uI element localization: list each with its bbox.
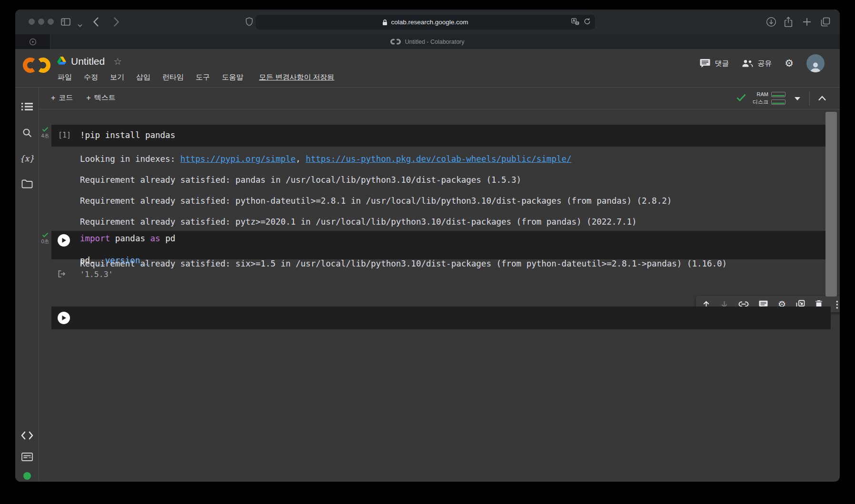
output-line: Requirement already satisfied: six>=1.5 … [80, 259, 727, 268]
address-bar[interactable]: colab.research.google.com [256, 15, 595, 30]
add-code-label: 코드 [59, 93, 73, 102]
cell2-code[interactable]: import pandas as pd pd.__version__ [80, 233, 175, 266]
runtime-connected-check-icon [736, 93, 746, 104]
attribute-name: __version__ [95, 256, 150, 265]
variables-icon[interactable]: {x} [15, 154, 39, 163]
share-label: 공유 [757, 59, 772, 68]
new-tab-icon[interactable] [803, 18, 811, 28]
cell2-exec-status[interactable]: 0초 [39, 232, 51, 245]
forward-icon[interactable] [113, 17, 119, 29]
settings-gear-icon[interactable]: ⚙ [785, 58, 794, 69]
pypi-link[interactable]: https://pypi.org/simple [180, 154, 296, 164]
search-icon[interactable] [15, 128, 39, 138]
terminal-icon[interactable] [15, 453, 39, 461]
output-line: Looking in indexes: [80, 154, 180, 164]
star-icon[interactable]: ☆ [113, 56, 122, 67]
share-page-icon[interactable] [784, 17, 793, 29]
files-folder-icon[interactable] [15, 179, 39, 188]
menu-help[interactable]: 도움말 [222, 73, 243, 82]
left-sidebar: {x} [15, 88, 39, 482]
play-icon [61, 315, 67, 321]
play-icon [61, 237, 67, 243]
cell3-run-button[interactable] [58, 312, 70, 324]
resources-button[interactable]: RAM 디스크 [753, 91, 785, 106]
colab-logo[interactable] [23, 56, 50, 76]
cell2-run-button[interactable] [58, 234, 70, 247]
minimize-window-button[interactable] [38, 19, 44, 25]
keyword-as: as [150, 234, 160, 243]
url-text: colab.research.google.com [391, 19, 468, 26]
ram-meter [771, 92, 785, 97]
disk-label: 디스크 [753, 99, 768, 106]
people-icon [742, 59, 753, 67]
more-cell-actions-icon[interactable]: ⋮ [833, 300, 840, 309]
cell1-exec-status[interactable]: 4초 [39, 127, 51, 139]
share-button[interactable]: 공유 [742, 59, 772, 68]
menu-insert[interactable]: 삽입 [136, 73, 150, 82]
pinned-tab-favicon [29, 38, 37, 46]
add-code-button[interactable]: + 코드 [51, 93, 73, 102]
comments-button[interactable]: 댓글 [700, 59, 729, 68]
menu-runtime[interactable]: 런타임 [162, 73, 184, 82]
tab-overview-icon[interactable] [821, 17, 830, 29]
menu-edit[interactable]: 수정 [84, 73, 98, 82]
menu-file[interactable]: 파일 [58, 73, 72, 82]
tab-strip: Untitled - Colaboratory [15, 34, 840, 49]
cell2-output-value: '1.5.3' [80, 270, 113, 279]
menu-bar: 파일 수정 보기 삽입 런타임 도구 도움말 모든 변경사항이 저장됨 [58, 73, 334, 82]
save-status-link[interactable]: 모든 변경사항이 저장됨 [259, 73, 334, 82]
cell1-exec-time: 4초 [41, 132, 49, 139]
zoom-window-button[interactable] [48, 19, 54, 25]
downloads-icon[interactable] [766, 17, 776, 29]
chevron-down-icon[interactable] [78, 20, 82, 29]
person-icon [809, 61, 822, 72]
output-line: Requirement already satisfied: pandas in… [80, 175, 521, 185]
drive-icon [57, 57, 66, 67]
active-tab[interactable]: Untitled - Colaboratory [390, 38, 464, 45]
menu-tools[interactable]: 도구 [196, 73, 210, 82]
alias-name: pd [160, 234, 176, 243]
check-icon [42, 127, 49, 132]
output-line: Requirement already satisfied: pytz>=202… [80, 217, 636, 227]
code-cell-3-empty[interactable] [51, 306, 831, 329]
tab-title-text: Untitled - Colaboratory [405, 39, 464, 45]
code-snippets-icon[interactable] [15, 431, 39, 440]
browser-toolbar: colab.research.google.com [15, 10, 840, 34]
account-avatar[interactable] [806, 54, 825, 72]
connection-status-dot [15, 472, 39, 480]
plus-icon: + [86, 94, 90, 102]
pinned-tab[interactable] [15, 34, 50, 49]
menu-view[interactable]: 보기 [110, 73, 124, 82]
back-icon[interactable] [93, 17, 99, 29]
output-separator: , [296, 154, 306, 164]
output-line: Requirement already satisfied: python-da… [80, 196, 672, 206]
browser-window: colab.research.google.com [15, 10, 840, 482]
notebook-scrollbar-thumb[interactable] [825, 112, 837, 296]
cell2-exec-time: 0초 [41, 238, 49, 245]
cell2-output-icon [57, 269, 66, 280]
colab-favicon [390, 38, 401, 45]
resources-dropdown-caret[interactable] [795, 97, 800, 100]
table-of-contents-icon[interactable] [15, 102, 39, 111]
notebook-title[interactable]: Untitled [71, 56, 105, 67]
add-text-button[interactable]: + 텍스트 [86, 93, 115, 102]
collapse-header-chevron-icon[interactable] [818, 94, 826, 103]
comment-icon [700, 59, 710, 68]
add-text-label: 텍스트 [94, 93, 116, 102]
disk-meter [771, 99, 785, 105]
lock-icon [382, 19, 388, 26]
close-window-button[interactable] [29, 19, 35, 25]
check-icon [42, 232, 49, 237]
object-name: pd. [80, 256, 95, 265]
cell1-exec-count[interactable]: [1] [58, 131, 71, 139]
colab-header: Untitled ☆ 파일 수정 보기 삽입 런타임 도구 도움말 모든 변경사… [15, 49, 840, 88]
cell1-code[interactable]: !pip install pandas [80, 130, 175, 141]
notebook-toolbar: + 코드 + 텍스트 RAM 디스크 [39, 88, 840, 109]
pkg-dev-link[interactable]: https://us-python.pkg.dev/colab-wheels/p… [306, 154, 571, 164]
sidebar-toggle-icon[interactable] [61, 18, 70, 28]
plus-icon: + [51, 94, 55, 102]
privacy-shield-icon[interactable] [246, 17, 253, 28]
ram-label: RAM [757, 91, 768, 97]
reload-icon[interactable] [584, 18, 591, 27]
translate-icon[interactable] [571, 18, 579, 27]
